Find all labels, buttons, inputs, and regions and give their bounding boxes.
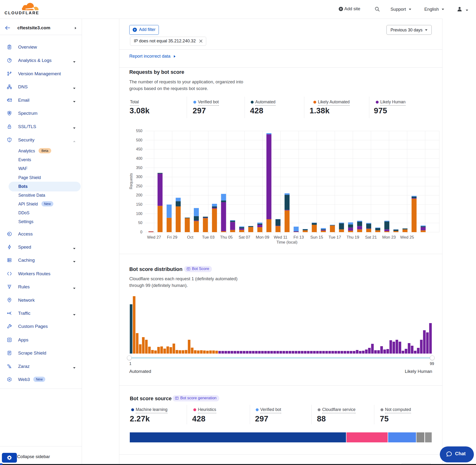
svg-text:150: 150: [136, 202, 142, 206]
svg-text:100: 100: [136, 212, 142, 216]
svg-text:CLOUDFLARE: CLOUDFLARE: [5, 11, 39, 15]
svg-text:350: 350: [136, 166, 142, 170]
svg-text:Fri 13: Fri 13: [293, 235, 304, 240]
svg-text:Sat 21: Sat 21: [365, 235, 377, 240]
svg-text:Thu 05: Thu 05: [220, 235, 233, 240]
svg-text:50: 50: [138, 221, 142, 225]
svg-text:450: 450: [136, 147, 142, 151]
svg-text:500: 500: [136, 138, 142, 142]
svg-text:Wed 25: Wed 25: [400, 235, 414, 240]
svg-text:Wed 11: Wed 11: [274, 235, 287, 240]
svg-text:Wed 27: Wed 27: [147, 235, 161, 240]
svg-text:Time (local): Time (local): [276, 240, 297, 244]
svg-text:Tue 17: Tue 17: [328, 235, 341, 240]
svg-text:300: 300: [136, 175, 142, 179]
svg-text:200: 200: [136, 193, 142, 197]
svg-text:250: 250: [136, 184, 142, 188]
svg-text:Oct: Oct: [187, 235, 194, 240]
svg-text:0: 0: [140, 230, 142, 234]
svg-text:550: 550: [136, 129, 142, 133]
svg-text:Mon 09: Mon 09: [256, 235, 269, 240]
svg-text:Fri 29: Fri 29: [167, 235, 177, 240]
svg-text:400: 400: [136, 157, 142, 160]
svg-text:Mon 23: Mon 23: [382, 235, 396, 240]
svg-text:Sat 07: Sat 07: [239, 235, 250, 240]
svg-text:Sun 15: Sun 15: [310, 235, 323, 240]
svg-text:Requests: Requests: [129, 173, 133, 189]
svg-text:Tue 03: Tue 03: [202, 235, 214, 240]
svg-text:Thu 19: Thu 19: [347, 235, 359, 240]
